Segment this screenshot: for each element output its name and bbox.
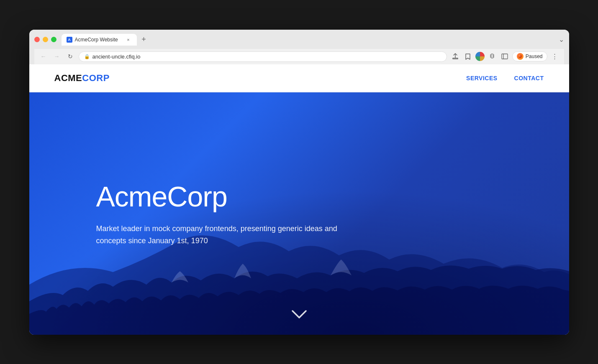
extension-multicolor-icon[interactable]: [475, 52, 485, 61]
refresh-button[interactable]: ↻: [65, 51, 75, 61]
back-button[interactable]: ←: [38, 51, 49, 61]
paused-label: Paused: [526, 53, 543, 59]
site-logo: ACMECORP: [54, 73, 110, 84]
hero-section: AcmeCorp Market leader in mock company f…: [29, 92, 569, 335]
title-bar: A AcmeCorp Website × + ⌄: [34, 34, 564, 46]
toolbar-actions: Paused ⋮: [450, 51, 560, 61]
contact-nav-link[interactable]: CONTACT: [514, 75, 544, 81]
window-dropdown[interactable]: ⌄: [559, 36, 564, 43]
scroll-down-chevron[interactable]: [292, 309, 307, 322]
new-tab-button[interactable]: +: [139, 34, 149, 45]
sidebar-icon[interactable]: [500, 51, 510, 61]
hero-content: AcmeCorp Market leader in mock company f…: [29, 147, 569, 280]
paused-icon: [517, 53, 524, 60]
more-options-icon[interactable]: ⋮: [550, 51, 560, 61]
website-content: ACMECORP SERVICES CONTACT: [29, 64, 569, 335]
hero-title: AcmeCorp: [96, 180, 502, 213]
logo-corp-text: CORP: [82, 73, 110, 83]
maximize-window-button[interactable]: [51, 37, 56, 42]
tab-bar: A AcmeCorp Website × +: [62, 34, 559, 46]
tab-close-button[interactable]: ×: [125, 36, 132, 43]
site-header: ACMECORP SERVICES CONTACT: [29, 64, 569, 92]
svg-point-2: [518, 55, 522, 58]
minimize-window-button[interactable]: [43, 37, 48, 42]
active-tab[interactable]: A AcmeCorp Website ×: [62, 34, 137, 46]
tab-favicon: A: [67, 37, 72, 43]
chevron-down-icon: [292, 310, 307, 319]
site-nav: SERVICES CONTACT: [466, 75, 544, 81]
browser-window: A AcmeCorp Website × + ⌄ ← → ↻ 🔒 ancient…: [29, 30, 569, 335]
browser-toolbar: ← → ↻ 🔒 ancient-uncle.cfiq.io: [34, 49, 564, 64]
tab-title: AcmeCorp Website: [75, 37, 123, 43]
close-window-button[interactable]: [34, 37, 40, 42]
share-icon[interactable]: [450, 51, 460, 61]
traffic-lights: [34, 37, 56, 42]
extensions-icon[interactable]: [487, 51, 497, 61]
svg-rect-0: [502, 54, 508, 59]
services-nav-link[interactable]: SERVICES: [466, 75, 498, 81]
address-bar[interactable]: 🔒 ancient-uncle.cfiq.io: [79, 51, 447, 62]
paused-badge[interactable]: Paused: [512, 51, 547, 61]
bookmark-icon[interactable]: [463, 51, 473, 61]
forward-button[interactable]: →: [52, 51, 62, 61]
logo-acme-text: ACME: [54, 73, 82, 83]
lock-icon: 🔒: [84, 54, 90, 59]
browser-chrome: A AcmeCorp Website × + ⌄ ← → ↻ 🔒 ancient…: [29, 30, 569, 64]
address-text: ancient-uncle.cfiq.io: [92, 53, 141, 60]
hero-subtitle: Market leader in mock company frontends,…: [96, 223, 339, 247]
